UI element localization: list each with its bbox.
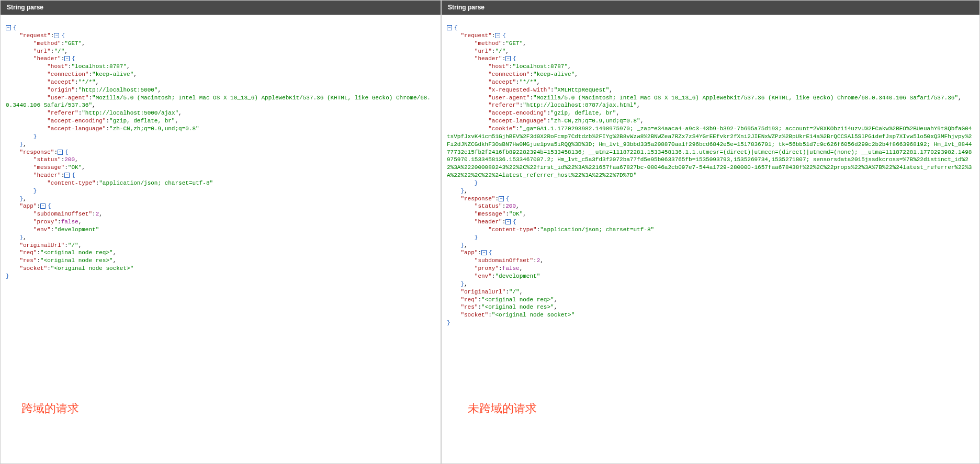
json-line: "accept-language":"zh-CN,zh;q=0.9,und;q=… — [447, 117, 974, 125]
json-line: "accept":"*/*", — [447, 78, 974, 86]
json-line: "req":"<original node req>", — [447, 296, 974, 304]
json-line: "socket":"<original node socket>" — [447, 311, 974, 319]
json-line: "originalUrl":"/", — [447, 288, 974, 296]
json-line: "url":"/", — [447, 48, 974, 55]
json-line: "message":"OK", — [6, 164, 435, 172]
json-line: "accept-encoding":"gzip, deflate, br", — [6, 117, 435, 125]
json-line: } — [6, 187, 435, 195]
json-line: "method":"GET", — [447, 40, 974, 48]
json-line: } — [447, 179, 974, 187]
panel-title: String parse — [448, 4, 485, 11]
json-line: "subdomainOffset":2, — [6, 210, 435, 218]
right-panel-header: String parse — [442, 1, 979, 15]
json-line: }, — [447, 280, 974, 288]
json-line: }, — [6, 234, 435, 242]
collapse-toggle-icon[interactable]: − — [447, 25, 452, 30]
json-line: "app":−{ — [6, 202, 435, 210]
json-line: "originalUrl":"/", — [6, 242, 435, 250]
left-panel-header: String parse — [1, 1, 441, 15]
json-line: "response":−{ — [6, 149, 435, 156]
json-line: "x-requested-with":"XMLHttpRequest", — [447, 86, 974, 94]
json-line: "referer":"http://localhost:8787/ajax.ht… — [447, 101, 974, 109]
json-line: "request":−{ — [6, 32, 435, 40]
json-line: "method":"GET", — [6, 40, 435, 48]
caption-left: 跨域的请求 — [21, 401, 79, 416]
json-line: "env":"development" — [447, 273, 974, 280]
json-line: "req":"<original node req>", — [6, 249, 435, 257]
collapse-toggle-icon[interactable]: − — [495, 33, 500, 38]
collapse-toggle-icon[interactable]: − — [6, 25, 11, 30]
collapse-toggle-icon[interactable]: − — [505, 56, 511, 61]
json-line: }, — [6, 195, 435, 203]
json-line: "response":−{ — [447, 195, 974, 203]
collapse-toggle-icon[interactable]: − — [481, 250, 487, 255]
json-line: "host":"localhost:8787", — [447, 63, 974, 71]
json-line: "accept-language":"zh-CN,zh;q=0.9,und;q=… — [6, 125, 435, 133]
json-line: "header":−{ — [447, 218, 974, 226]
json-line: "connection":"keep-alive", — [447, 71, 974, 78]
json-line: } — [447, 234, 974, 242]
json-line: } — [447, 319, 974, 327]
json-line: "url":"/", — [6, 48, 435, 55]
json-line: } — [6, 133, 435, 141]
json-line: "origin":"http://localhost:5000", — [6, 86, 435, 94]
json-line: "connection":"keep-alive", — [6, 71, 435, 78]
json-line: "header":−{ — [6, 172, 435, 179]
json-line: "header":−{ — [447, 55, 974, 63]
json-line: "user-agent":"Mozilla/5.0 (Macintosh; In… — [447, 94, 974, 102]
panel-title: String parse — [7, 4, 43, 11]
json-line: "header":−{ — [6, 55, 435, 63]
json-line: }, — [447, 242, 974, 250]
json-line: "referer":"http://localhost:5000/ajax", — [6, 109, 435, 117]
json-line: "message":"OK", — [447, 210, 974, 218]
json-line: }, — [6, 141, 435, 149]
collapse-toggle-icon[interactable]: − — [64, 173, 70, 178]
left-pane: String parse −{ "request":−{ "method":"G… — [0, 0, 441, 464]
caption-right: 未跨域的请求 — [468, 401, 537, 416]
json-line: "cookie":"_ga=GA1.1.1770293982.149897597… — [447, 125, 974, 179]
json-line: }, — [447, 187, 974, 195]
json-line: "accept-encoding":"gzip, deflate, br", — [447, 109, 974, 117]
json-line: "status":200, — [447, 202, 974, 210]
collapse-toggle-icon[interactable]: − — [40, 203, 46, 209]
json-line: "content-type":"application/json; charse… — [447, 226, 974, 234]
json-line: "accept":"*/*", — [6, 78, 435, 86]
right-pane: String parse −{ "request":−{ "method":"G… — [441, 0, 980, 464]
collapse-toggle-icon[interactable]: − — [54, 33, 59, 38]
json-line: } — [6, 273, 435, 280]
json-line: −{ — [6, 24, 435, 32]
json-viewer-right[interactable]: −{ "request":−{ "method":"GET", "url":"/… — [442, 15, 979, 332]
collapse-toggle-icon[interactable]: − — [58, 150, 63, 155]
json-line: "content-type":"application/json; charse… — [6, 179, 435, 187]
json-line: "subdomainOffset":2, — [447, 257, 974, 265]
json-line: "proxy":false, — [447, 265, 974, 273]
json-line: "user-agent":"Mozilla/5.0 (Macintosh; In… — [6, 94, 435, 110]
json-line: −{ — [447, 24, 974, 32]
json-line: "socket":"<original node socket>" — [6, 265, 435, 273]
json-line: "res":"<original node res>", — [447, 303, 974, 311]
root: String parse −{ "request":−{ "method":"G… — [0, 0, 980, 464]
json-viewer-left[interactable]: −{ "request":−{ "method":"GET", "url":"/… — [1, 15, 441, 286]
json-line: "proxy":false, — [6, 218, 435, 226]
collapse-toggle-icon[interactable]: − — [499, 196, 504, 201]
json-line: "host":"localhost:8787", — [6, 63, 435, 71]
collapse-toggle-icon[interactable]: − — [64, 56, 70, 61]
json-line: "status":200, — [6, 156, 435, 164]
json-line: "res":"<original node res>", — [6, 257, 435, 265]
collapse-toggle-icon[interactable]: − — [505, 219, 511, 224]
json-line: "env":"development" — [6, 226, 435, 234]
json-line: "app":−{ — [447, 249, 974, 257]
json-line: "request":−{ — [447, 32, 974, 40]
